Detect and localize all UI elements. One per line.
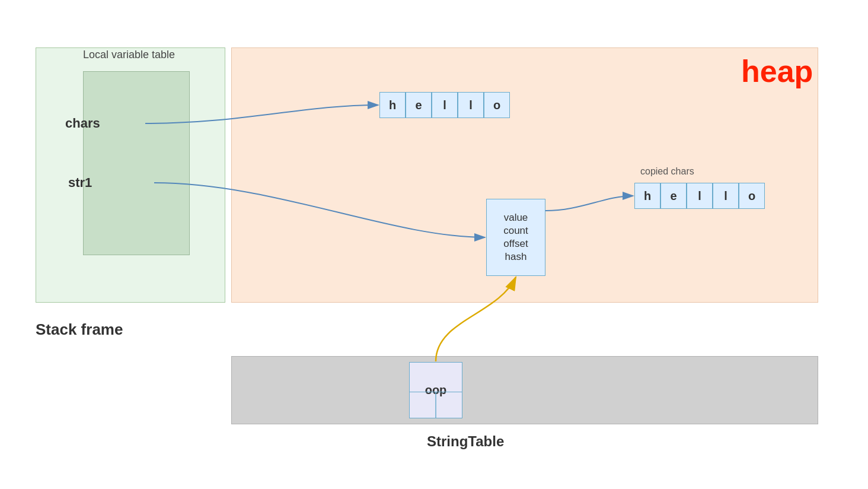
chars-array: h e l l o bbox=[379, 92, 510, 118]
copy-cell-l2: l bbox=[713, 183, 739, 209]
chars-label: chars bbox=[65, 116, 100, 131]
cell-l1: l bbox=[432, 92, 458, 118]
cell-l2: l bbox=[458, 92, 484, 118]
copy-cell-e: e bbox=[660, 183, 687, 209]
str1-label: str1 bbox=[68, 175, 92, 190]
heap-label: heap bbox=[741, 53, 813, 89]
field-value: value bbox=[504, 212, 528, 224]
diagram-container: Local variable table chars str1 Stack fr… bbox=[36, 24, 830, 463]
stringtable-label: StringTable bbox=[427, 433, 504, 450]
copied-chars-array: h e l l o bbox=[634, 183, 765, 209]
cell-h: h bbox=[379, 92, 406, 118]
oop-cell: oop bbox=[409, 362, 462, 418]
copy-cell-l1: l bbox=[687, 183, 713, 209]
string-object-box: value count offset hash bbox=[486, 199, 545, 276]
stack-frame-inner bbox=[83, 71, 190, 255]
oop-label: oop bbox=[425, 383, 447, 397]
field-count: count bbox=[503, 225, 528, 237]
local-variable-table-label: Local variable table bbox=[83, 49, 175, 61]
cell-o: o bbox=[484, 92, 510, 118]
copy-cell-h: h bbox=[634, 183, 660, 209]
copied-chars-label: copied chars bbox=[640, 166, 694, 177]
field-offset: offset bbox=[503, 238, 528, 250]
cell-e: e bbox=[406, 92, 432, 118]
stack-frame-text: Stack frame bbox=[36, 320, 123, 339]
copy-cell-o: o bbox=[739, 183, 765, 209]
oop-inner-line bbox=[409, 392, 462, 392]
stringtable-bg bbox=[231, 356, 818, 424]
field-hash: hash bbox=[505, 251, 527, 263]
